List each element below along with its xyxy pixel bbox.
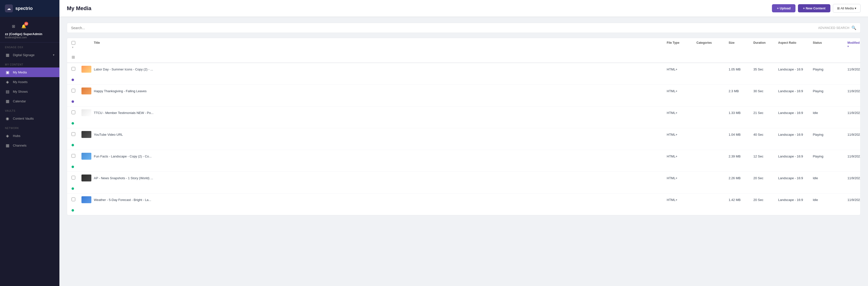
row-modified-5: 11/9/2021 [845, 174, 858, 183]
row-dot-6[interactable] [69, 206, 80, 215]
row-select-1[interactable] [71, 89, 75, 93]
row-filetype-2: HTML+ [665, 108, 694, 117]
row-status-6: Idle [811, 195, 845, 205]
row-status-5: Idle [811, 174, 845, 183]
th-modified[interactable]: Modified ▾ [845, 38, 858, 52]
th-duration[interactable]: Duration [751, 38, 776, 52]
row-filetype-4: HTML+ [665, 152, 694, 161]
row-checkbox-5[interactable] [69, 173, 80, 183]
thumbnail-4 [82, 153, 91, 160]
row-title-6[interactable]: Weather - 5-Day Forecast - Bright - La..… [92, 195, 665, 205]
row-title-4[interactable]: Fun Facts - Landscape - Copy (2) - Co... [92, 152, 665, 161]
th-aspect[interactable]: Aspect Ratio [776, 38, 811, 52]
user-email: testtest@test.com [5, 36, 55, 39]
thumb-img-1 [82, 87, 91, 95]
row-dot-4[interactable] [69, 163, 80, 172]
header-actions: + Upload + New Content ⊞ All Media ▾ [772, 4, 861, 12]
filter-icon[interactable]: ⊞ [71, 55, 75, 59]
row-checkbox-1[interactable] [69, 86, 80, 96]
grid-icon-button[interactable]: ⊞ [10, 23, 17, 30]
th-checkbox[interactable]: ▾ [69, 38, 80, 52]
row-checkbox-6[interactable] [69, 195, 80, 205]
sidebar-item-hubs[interactable]: ◈ Hubs [0, 131, 59, 141]
row-checkbox-4[interactable] [69, 151, 80, 161]
row-status-3: Playing [811, 130, 845, 139]
thumb-img-4 [82, 153, 91, 160]
status-dot-6 [71, 209, 74, 212]
row-dot-2[interactable] [69, 119, 80, 128]
row-title-3[interactable]: YouTube Video URL [92, 130, 665, 139]
row-select-6[interactable] [71, 198, 75, 201]
row-dot-1[interactable] [69, 97, 80, 106]
row-categories-5 [694, 175, 726, 181]
thumbnail-0 [82, 66, 91, 73]
th-size[interactable]: Size [726, 38, 751, 52]
th-filetype[interactable]: File Type [665, 38, 694, 52]
sidebar-item-my-assets[interactable]: ◈ My Assets [0, 77, 59, 87]
row-checkbox-3[interactable] [69, 130, 80, 139]
thumbnail-5 [82, 175, 91, 181]
upload-button[interactable]: + Upload [772, 4, 796, 12]
th-dot: ⊞ [69, 52, 80, 63]
select-all-checkbox[interactable] [71, 41, 75, 45]
thumb-img-2 [82, 109, 91, 116]
row-duration-5: 20 Sec [751, 174, 776, 183]
logo-icon: ☁ [5, 4, 13, 12]
sidebar-item-content-vaults[interactable]: ◉ Content Vaults [0, 114, 59, 123]
th-thumb [80, 38, 92, 52]
table-body: Labor Day - Summer Icons - Copy (2) - ..… [67, 63, 860, 215]
row-modified-4: 11/9/2021 [845, 152, 858, 161]
table-row: TTCU - Member Testimonials NEW - Po... H… [67, 107, 860, 128]
row-thumb-4 [80, 150, 92, 163]
row-select-5[interactable] [71, 176, 75, 179]
new-content-button[interactable]: + New Content [798, 4, 830, 12]
my-media-icon: ▣ [5, 70, 10, 75]
row-title-1[interactable]: Happy Thanksgiving - Falling Leaves [92, 86, 665, 96]
row-title-0[interactable]: Labor Day - Summer Icons - Copy (2) - ..… [92, 65, 665, 74]
th-title[interactable]: Title [92, 38, 665, 52]
row-dot-0[interactable] [69, 75, 80, 84]
sidebar-item-digital-signage[interactable]: ▦ Digital Signage ▾ [0, 50, 59, 60]
all-media-button[interactable]: ⊞ All Media ▾ [833, 4, 861, 12]
row-categories-1 [694, 88, 726, 94]
notification-badge: 12 [24, 22, 28, 26]
row-duration-1: 30 Sec [751, 86, 776, 96]
my-shows-icon: ▤ [5, 89, 10, 94]
row-size-6: 1.42 MB [726, 195, 751, 205]
row-aspect-4: Landscape - 16:9 [776, 152, 811, 161]
content-vaults-icon: ◉ [5, 116, 10, 121]
sidebar-user: ⊞ 🔔 12 zz (Codigo) SuperAdmin testtest@t… [0, 17, 59, 42]
select-arrow-icon[interactable]: ▾ [72, 46, 73, 49]
sidebar-item-my-media[interactable]: ▣ My Media [0, 68, 59, 77]
table-row: Happy Thanksgiving - Falling Leaves HTML… [67, 85, 860, 107]
th-status[interactable]: Status [811, 38, 845, 52]
th-categories[interactable]: Categories [694, 38, 726, 52]
thumb-img-5 [82, 175, 91, 181]
row-select-3[interactable] [71, 132, 75, 136]
search-input[interactable] [71, 26, 818, 30]
row-select-2[interactable] [71, 110, 75, 114]
row-select-4[interactable] [71, 154, 75, 158]
row-title-5[interactable]: AP - News Snapshots - 1 Story (World) ..… [92, 174, 665, 183]
row-checkbox-2[interactable] [69, 108, 80, 118]
sidebar-item-channels[interactable]: ▦ Channels [0, 141, 59, 150]
sidebar-item-my-shows[interactable]: ▤ My Shows [0, 87, 59, 97]
status-dot-2 [71, 122, 74, 124]
notifications-button[interactable]: 🔔 12 [20, 23, 27, 30]
row-thumb-5 [80, 172, 92, 184]
page-title: My Media [67, 5, 91, 12]
row-aspect-3: Landscape - 16:9 [776, 130, 811, 139]
search-icon[interactable]: 🔍 [851, 26, 856, 30]
row-dot-3[interactable] [69, 141, 80, 150]
sidebar-item-label-channels: Channels [13, 144, 27, 147]
calendar-icon: ▦ [5, 99, 10, 104]
digital-signage-icon: ▦ [5, 52, 10, 57]
sidebar-item-calendar[interactable]: ▦ Calendar [0, 97, 59, 106]
sidebar-arrow-digital-signage: ▾ [53, 53, 55, 57]
row-title-2[interactable]: TTCU - Member Testimonials NEW - Po... [92, 108, 665, 117]
row-select-0[interactable] [71, 67, 75, 71]
row-dot-5[interactable] [69, 184, 80, 193]
row-checkbox-0[interactable] [69, 64, 80, 74]
row-size-1: 2.3 MB [726, 86, 751, 96]
row-size-3: 1.04 MB [726, 130, 751, 139]
